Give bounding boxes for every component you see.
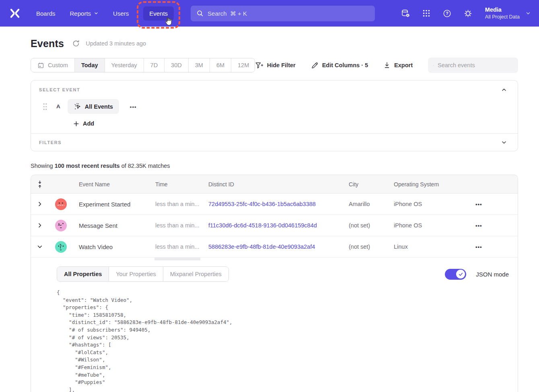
event-detail-panel: All Properties Your Properties Mixpanel …	[31, 258, 518, 392]
mixpanel-logo[interactable]	[8, 6, 22, 20]
events-table: Event Name Time Distinct ID City Operati…	[31, 175, 518, 392]
apps-grid-icon	[422, 9, 431, 18]
expand-row-button[interactable]	[36, 200, 43, 208]
distinct-id-link[interactable]: f11c30d6-dc6d-4518-9136-0d046159c84d	[202, 222, 343, 229]
expand-row-button[interactable]	[36, 222, 43, 229]
nav-item-events[interactable]: Events	[143, 6, 174, 21]
tab-label: All Properties	[64, 271, 102, 277]
avatar-face-icon	[55, 241, 67, 253]
project-scope: All Project Data	[485, 14, 520, 21]
nav-item-users[interactable]: Users	[113, 10, 129, 17]
distinct-id-link[interactable]: 5886283e-e9fb-48fb-81de-40e9093a2af4	[202, 243, 343, 250]
column-header-distinct-id: Distinct ID	[202, 181, 343, 188]
date-range-label: Today	[81, 62, 98, 68]
time-cell: less than a min...	[149, 243, 202, 250]
event-avatar	[55, 241, 67, 253]
collapse-section-button chevron-up-icon[interactable]	[501, 87, 507, 93]
column-header-os: Operating System	[388, 181, 468, 188]
top-navbar: Boards Reports Users Events	[0, 0, 539, 27]
tab-your-properties[interactable]: Your Properties	[109, 267, 163, 281]
project-switcher[interactable]: Media All Project Data	[485, 6, 531, 21]
time-cell: less than a min...	[149, 222, 202, 229]
nav-item-boards[interactable]: Boards	[36, 10, 56, 17]
plus-icon	[73, 121, 79, 127]
edit-columns-button[interactable]: Edit Columns · 5	[311, 62, 368, 69]
expand-section-button chevron-down-icon[interactable]	[501, 139, 507, 146]
help-button[interactable]: ?	[442, 8, 452, 18]
date-range-12m[interactable]: 12M	[231, 58, 255, 72]
event-row-letter: A	[56, 103, 60, 109]
events-page: Boards Reports Users Events	[0, 0, 539, 392]
query-builder-card: SELECT EVENT A	[31, 80, 518, 151]
distinct-id-link[interactable]: 72d49553-25fc-4f0c-b436-1b5ac6ab3388	[202, 201, 343, 207]
collapse-all-rows-button collapse-arrows-icon[interactable]	[37, 179, 43, 189]
tab-all-properties[interactable]: All Properties	[57, 267, 109, 281]
date-range-today[interactable]: Today	[75, 58, 105, 72]
nav-users-label: Users	[113, 10, 129, 17]
export-button[interactable]: Export	[383, 62, 413, 69]
column-header-city: City	[343, 181, 388, 188]
date-range-label: 6M	[216, 62, 224, 68]
event-row-more-button more-options-icon[interactable]	[130, 103, 137, 110]
cursor-hand-icon	[163, 17, 173, 26]
refresh-button[interactable]	[72, 39, 80, 47]
drag-handle-icon[interactable]	[42, 103, 48, 111]
nav-reports-label: Reports	[70, 10, 91, 17]
event-selector-button[interactable]: All Events	[68, 99, 119, 114]
os-cell: iPhone OS	[388, 201, 468, 207]
tab-mixpanel-properties[interactable]: Mixpanel Properties	[163, 267, 228, 281]
project-switcher-labels: Media All Project Data	[485, 6, 520, 21]
table-row[interactable]: Message Sent less than a min... f11c30d6…	[31, 215, 518, 236]
filters-label: FILTERS	[39, 140, 62, 145]
date-range-6m[interactable]: 6M	[210, 58, 231, 72]
date-range-custom[interactable]: Custom	[31, 58, 75, 72]
global-search[interactable]	[191, 6, 375, 21]
mixpanel-logo-icon	[9, 7, 21, 19]
add-event-button[interactable]: Add	[73, 120, 510, 127]
main-content: Events Updated 3 minutes ago	[0, 27, 539, 392]
filters-section: FILTERS	[31, 134, 518, 151]
city-cell: Amarillo	[343, 201, 388, 207]
date-range-30d[interactable]: 30D	[165, 58, 189, 72]
nav-item-reports[interactable]: Reports	[70, 10, 99, 17]
hide-filter-button[interactable]: Hide Filter	[255, 62, 296, 69]
data-management-button[interactable]	[401, 8, 410, 18]
row-actions-button more-options-icon[interactable]	[468, 243, 518, 250]
settings-button[interactable]	[463, 8, 473, 18]
date-range-7d[interactable]: 7D	[144, 58, 165, 72]
row-actions-button more-options-icon[interactable]	[468, 222, 518, 229]
event-avatar	[55, 198, 67, 210]
date-range-3m[interactable]: 3M	[189, 58, 210, 72]
search-icon	[196, 10, 204, 17]
row-actions-button more-options-icon[interactable]	[468, 200, 518, 208]
filter-funnel-icon	[255, 62, 263, 69]
summary-prefix: Showing	[31, 163, 55, 169]
event-name-cell: Message Sent	[73, 222, 149, 229]
table-row-expanded[interactable]: Watch Video less than a min... 5886283e-…	[31, 236, 518, 258]
search-events-input[interactable]	[438, 62, 513, 68]
search-events[interactable]	[428, 58, 518, 73]
table-row[interactable]: Experiment Started less than a min... 72…	[31, 194, 518, 215]
column-header-time: Time	[149, 181, 202, 188]
page-title: Events	[31, 38, 64, 50]
date-range-control: Custom Today Yesterday 7D 30D	[31, 58, 255, 72]
page-header: Events Updated 3 minutes ago	[31, 37, 518, 50]
nav-events-label: Events	[149, 10, 168, 17]
os-cell: Linux	[388, 243, 468, 250]
apps-grid-button[interactable]	[422, 8, 431, 18]
table-toolbar: Hide Filter Edit Columns · 5	[255, 58, 518, 73]
date-range-label: 3M	[195, 62, 203, 68]
column-header-event-name: Event Name	[73, 181, 149, 188]
database-gear-icon	[401, 9, 410, 18]
json-mode-label: JSON mode	[476, 271, 509, 278]
select-event-label: SELECT EVENT	[39, 87, 80, 92]
city-cell: (not set)	[343, 243, 388, 250]
chevron-down-icon	[525, 10, 531, 16]
event-query-row: A All Events	[39, 99, 510, 114]
date-range-label: 30D	[171, 62, 182, 68]
date-range-yesterday[interactable]: Yesterday	[105, 58, 144, 72]
json-mode-toggle[interactable]	[445, 269, 466, 280]
event-selector-label: All Events	[85, 103, 113, 110]
collapse-row-button[interactable]	[36, 243, 43, 250]
global-search-input[interactable]	[208, 10, 369, 17]
